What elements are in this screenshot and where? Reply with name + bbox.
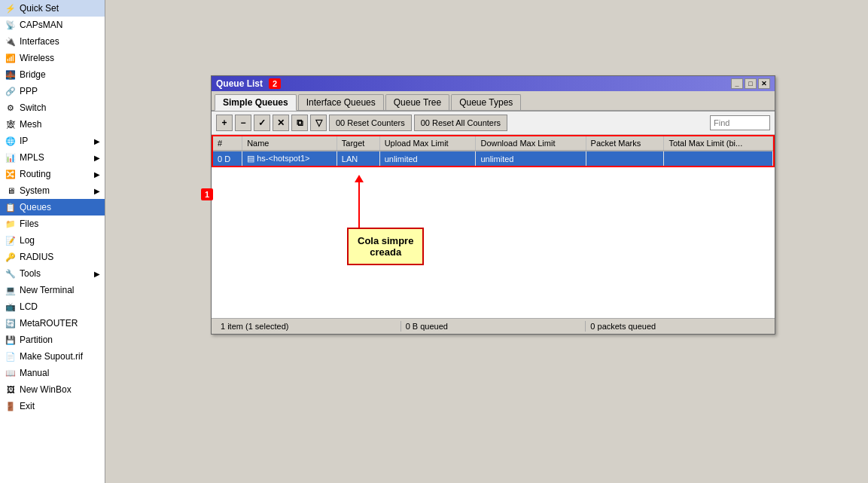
sidebar-label-tools: Tools	[20, 268, 91, 279]
sidebar-item-new-winbox[interactable]: 🖼New WinBox	[0, 381, 105, 398]
radius-icon: 🔑	[5, 251, 17, 263]
sidebar-item-system[interactable]: 🖥System▶	[0, 182, 105, 199]
ppp-icon: 🔗	[5, 85, 17, 97]
sidebar-item-tools[interactable]: 🔧Tools▶	[0, 265, 105, 282]
sidebar-item-queues[interactable]: 📋Queues	[0, 199, 105, 216]
routing-arrow-icon: ▶	[94, 170, 100, 179]
sidebar-label-mpls: MPLS	[20, 152, 91, 163]
table-body: 0 D▤ hs-<hotspot1>LANunlimitedunlimited	[213, 151, 773, 166]
close-button[interactable]: ✕	[758, 78, 770, 89]
sidebar-label-system: System	[20, 185, 91, 196]
table-row[interactable]: 0 D▤ hs-<hotspot1>LANunlimitedunlimited	[213, 151, 773, 166]
sidebar-label-ppp: PPP	[20, 86, 100, 96]
sidebar-item-switch[interactable]: ⚙Switch	[0, 99, 105, 116]
cell-6	[664, 151, 773, 166]
sidebar-label-bridge: Bridge	[20, 69, 100, 80]
cell-3: unlimited	[379, 151, 476, 166]
sidebar-item-exit[interactable]: 🚪Exit	[0, 398, 105, 414]
tooltip-line2: creada	[358, 246, 413, 258]
sidebar-item-quick-set[interactable]: ⚡Quick Set	[0, 0, 105, 17]
reset-all-counters-label: 00 Reset All Counters	[421, 118, 501, 127]
cell-1: ▤ hs-<hotspot1>	[242, 151, 337, 166]
sidebar-item-ppp[interactable]: 🔗PPP	[0, 83, 105, 99]
exit-icon: 🚪	[5, 400, 17, 412]
tab-interface-queues[interactable]: Interface Queues	[298, 94, 384, 110]
sidebar-label-capsman: CAPsMAN	[20, 20, 100, 30]
mpls-arrow-icon: ▶	[94, 154, 100, 162]
sidebar-label-lcd: LCD	[20, 301, 100, 312]
sidebar-badge-1: 1	[201, 188, 213, 200]
sidebar-item-routing[interactable]: 🔀Routing▶	[0, 166, 105, 182]
sidebar-label-wireless: Wireless	[20, 53, 100, 63]
sidebar-label-quick-set: Quick Set	[20, 3, 100, 14]
sidebar-label-new-winbox: New WinBox	[20, 384, 100, 395]
maximize-button[interactable]: □	[745, 78, 757, 89]
sidebar-item-manual[interactable]: 📖Manual	[0, 365, 105, 381]
sidebar-label-manual: Manual	[20, 368, 100, 378]
toolbar: + − ✓ ✕ ⧉ ▽ 00 Reset Counters 00 Reset A…	[212, 112, 775, 135]
window-controls: _ □ ✕	[731, 78, 770, 89]
find-input[interactable]	[710, 115, 770, 130]
sidebar-label-ip: IP	[20, 136, 91, 146]
sidebar-item-partition[interactable]: 💾Partition	[0, 332, 105, 348]
switch-icon: ⚙	[5, 102, 17, 114]
sidebar-item-capsman[interactable]: 📡CAPsMAN	[0, 17, 105, 33]
col-download-max-limit: Download Max Limit	[476, 136, 586, 151]
sidebar-item-files[interactable]: 📁Files	[0, 216, 105, 232]
system-arrow-icon: ▶	[94, 187, 100, 195]
check-button[interactable]: ✓	[254, 115, 270, 131]
remove-button[interactable]: −	[235, 115, 251, 131]
tab-simple-queues[interactable]: Simple Queues	[215, 94, 297, 111]
sidebar-item-bridge[interactable]: 🌉Bridge	[0, 66, 105, 83]
col-target: Target	[337, 136, 379, 151]
reset-counters-label: 00 Reset Counters	[336, 118, 405, 127]
filter-button[interactable]: ▽	[310, 115, 327, 131]
sidebar-label-mesh: Mesh	[20, 119, 100, 130]
title-left: Queue List 2	[216, 78, 281, 89]
sidebar-item-mpls[interactable]: 📊MPLS▶	[0, 149, 105, 166]
window-title: Queue List	[216, 78, 263, 89]
sidebar-item-log[interactable]: 📝Log	[0, 232, 105, 249]
tools-icon: 🔧	[5, 267, 17, 280]
annotation-arrow: Cola simpre creada	[347, 175, 424, 265]
metarouter-icon: 🔄	[5, 317, 17, 329]
tools-arrow-icon: ▶	[94, 270, 100, 278]
status-queued-bytes: 0 B queued	[401, 321, 586, 332]
sidebar-label-exit: Exit	[20, 401, 100, 411]
sidebar-item-mesh[interactable]: 🕸Mesh	[0, 116, 105, 133]
tab-queue-tree[interactable]: Queue Tree	[385, 94, 449, 110]
manual-icon: 📖	[5, 367, 17, 379]
bridge-icon: 🌉	[5, 69, 17, 81]
sidebar-item-ip[interactable]: 🌐IP▶	[0, 133, 105, 149]
sidebar-item-make-supout[interactable]: 📄Make Supout.rif	[0, 348, 105, 365]
log-icon: 📝	[5, 234, 17, 246]
cell-0: 0 D	[213, 151, 242, 166]
sidebar-item-lcd[interactable]: 📺LCD	[0, 298, 105, 315]
ip-icon: 🌐	[5, 135, 17, 147]
col-upload-max-limit: Upload Max Limit	[379, 136, 476, 151]
queue-table-wrapper: #NameTargetUpload Max LimitDownload Max …	[212, 135, 775, 167]
tab-bar: Simple QueuesInterface QueuesQueue TreeQ…	[212, 91, 775, 112]
sidebar-item-new-terminal[interactable]: 💻New Terminal	[0, 282, 105, 298]
interfaces-icon: 🔌	[5, 35, 17, 47]
sidebar-label-partition: Partition	[20, 335, 100, 345]
tab-queue-types[interactable]: Queue Types	[451, 94, 521, 110]
cross-button[interactable]: ✕	[273, 115, 289, 131]
system-icon: 🖥	[5, 185, 17, 197]
sidebar: ⚡Quick Set📡CAPsMAN🔌Interfaces📶Wireless🌉B…	[0, 0, 105, 483]
sidebar-label-files: Files	[20, 219, 100, 229]
sidebar-item-metarouter[interactable]: 🔄MetaROUTER	[0, 315, 105, 332]
sidebar-item-radius[interactable]: 🔑RADIUS	[0, 249, 105, 265]
window-titlebar: Queue List 2 _ □ ✕	[212, 76, 775, 91]
mesh-icon: 🕸	[5, 118, 17, 130]
add-button[interactable]: +	[216, 115, 233, 131]
sidebar-item-wireless[interactable]: 📶Wireless	[0, 50, 105, 66]
reset-counters-button[interactable]: 00 Reset Counters	[329, 115, 412, 131]
copy-button[interactable]: ⧉	[291, 115, 308, 131]
reset-all-counters-button[interactable]: 00 Reset All Counters	[414, 115, 507, 131]
col-packet-marks: Packet Marks	[586, 136, 664, 151]
sidebar-label-switch: Switch	[20, 102, 100, 113]
sidebar-item-interfaces[interactable]: 🔌Interfaces	[0, 33, 105, 50]
minimize-button[interactable]: _	[731, 78, 743, 89]
cell-2: LAN	[337, 151, 379, 166]
